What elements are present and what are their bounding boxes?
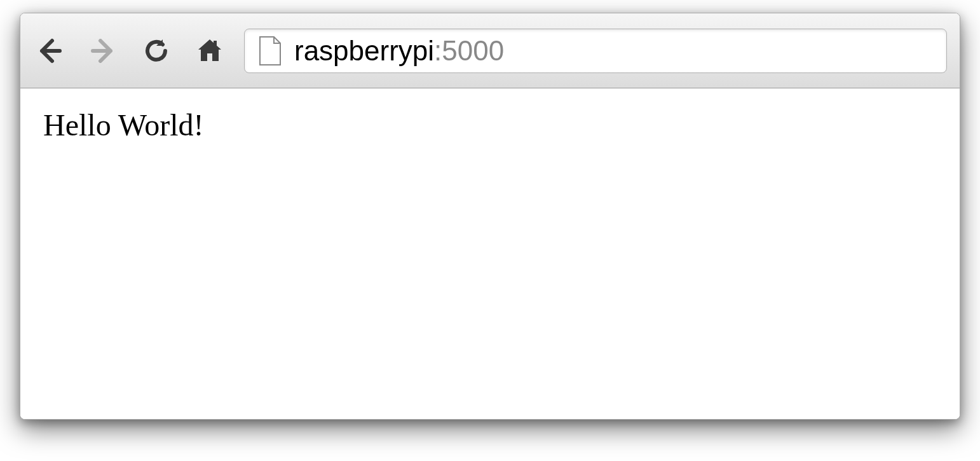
page-body-text: Hello World! bbox=[43, 107, 937, 142]
browser-window: raspberrypi:5000 Hello World! bbox=[20, 13, 960, 420]
url-host: raspberrypi bbox=[294, 35, 434, 66]
home-icon bbox=[194, 36, 225, 66]
url-text: raspberrypi:5000 bbox=[294, 35, 504, 67]
forward-button[interactable] bbox=[86, 34, 119, 67]
reload-icon bbox=[141, 36, 172, 66]
page-content: Hello World! bbox=[20, 88, 960, 419]
address-bar[interactable]: raspberrypi:5000 bbox=[244, 29, 947, 73]
reload-button[interactable] bbox=[140, 34, 173, 67]
back-button[interactable] bbox=[33, 34, 66, 67]
nav-button-group bbox=[33, 34, 226, 67]
url-port: :5000 bbox=[434, 35, 504, 66]
page-icon bbox=[257, 36, 283, 66]
browser-toolbar: raspberrypi:5000 bbox=[20, 13, 960, 88]
arrow-left-icon bbox=[34, 36, 65, 66]
arrow-right-icon bbox=[88, 36, 118, 66]
home-button[interactable] bbox=[193, 34, 226, 67]
svg-rect-0 bbox=[214, 41, 217, 47]
